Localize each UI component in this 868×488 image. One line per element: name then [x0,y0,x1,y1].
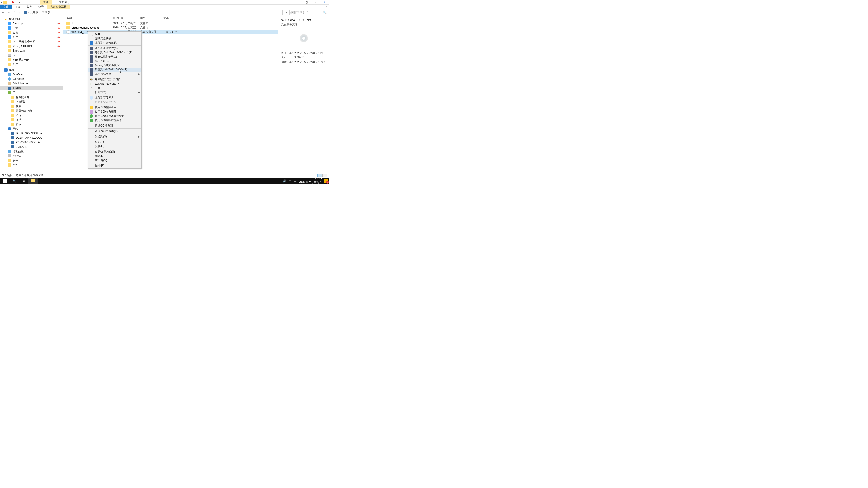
menu-properties[interactable]: 属性(R) [88,164,141,168]
tree-documents[interactable]: 文档📌 [0,30,63,35]
column-headers[interactable]: 名称 修改日期 类型 大小 [63,15,278,21]
menu-extract-to[interactable]: 解压到(F)... [88,59,141,63]
search-input[interactable]: 搜索"文档 (E:)" 🔍 [289,10,328,15]
tab-home[interactable]: 主页 [12,4,24,9]
menu-360-manage[interactable]: 使用 360管理右键菜单 [88,118,141,123]
menu-other-compress[interactable]: 其他压缩命令▶ [88,72,141,76]
menu-notepadpp[interactable]: NEdit with Notepad++ [88,82,141,86]
menu-mount[interactable]: 装载 [88,32,141,36]
chevron-down-icon[interactable]: ▾ [1,1,2,3]
tree-pc3[interactable]: PC-20190530OBLA [0,140,63,144]
task-view-button[interactable]: ⧉ [19,177,29,184]
tree-pc4[interactable]: ZMT2019 [0,144,63,149]
menu-qq-send[interactable]: 通过QQ发送到 [88,124,141,128]
network-icon[interactable]: 🖧 [293,180,296,183]
tree-wps[interactable]: WPS网盘 [0,77,63,81]
table-row[interactable]: 1 2020/12/15, 星期二 1... 文件夹 [63,21,278,26]
tree-desktop[interactable]: Desktop📌 [0,21,63,26]
col-date[interactable]: 修改日期 [113,16,140,20]
maximize-button[interactable]: ▢ [302,0,311,4]
chevron-right-icon[interactable]: › [53,11,55,13]
tree-yunqishi[interactable]: YUNQISHI2019📌 [0,44,63,48]
tree-recycle-bin[interactable]: 回收站 [0,154,63,158]
view-icons-button[interactable] [322,174,327,177]
tree-downloads[interactable]: 下载📌 [0,26,63,30]
tree-quick-access[interactable]: ★快速访问 [0,17,63,21]
tree-this-pc[interactable]: 此电脑 [0,86,63,90]
tree-network[interactable]: 网络 [0,127,63,131]
start-button[interactable] [0,179,9,183]
tree-videos[interactable]: 视频 [0,104,63,108]
menu-open-360zip[interactable]: 用360压缩打开(Q) [88,55,141,59]
col-type[interactable]: 类型 [140,16,163,20]
menu-bee-browse[interactable]: 🐝用 蜂蜜浏览器 浏览(3) [88,77,141,82]
close-button[interactable]: ✕ [311,0,320,4]
menu-send-to[interactable]: 发送到(N)▶ [88,134,141,139]
menu-baidu-upload[interactable]: 上传到百度网盘 [88,96,141,100]
taskbar-explorer[interactable] [29,177,38,184]
menu-delete[interactable]: 删除(D) [88,154,141,158]
history-dropdown[interactable]: ˅ [278,11,281,13]
tab-view[interactable]: 查看 [35,4,47,9]
tree-pictures[interactable]: 图片📌 [0,35,63,39]
menu-restore-prev[interactable]: 还原以前的版本(V) [88,129,141,133]
tree-onedrive[interactable]: OneDrive [0,72,63,77]
menu-add-archive[interactable]: 添加到压缩文件(A)... [88,46,141,51]
expand-ribbon-button[interactable]: ˅ [324,4,329,9]
menu-share[interactable]: ↗共享 [88,86,141,90]
menu-add-zip[interactable]: 添加到 "Win7x64_2020.zip" (T) [88,51,141,55]
tree-sky-download[interactable]: 天翼云盘下载 [0,108,63,113]
recent-locations-button[interactable]: ˅ [12,10,16,14]
tab-disc-image-tools[interactable]: 光盘映像工具 [47,4,70,9]
menu-youdao[interactable]: 有上传到有道云笔记 [88,41,141,45]
back-button[interactable]: ← [1,10,5,14]
up-button[interactable]: ↑ [18,10,22,14]
menu-360-trojan[interactable]: 使用 360进行木马云查杀 [88,114,141,118]
folder-icon[interactable] [3,1,7,4]
tree-pictures2[interactable]: 图片 [0,62,63,66]
menu-rename[interactable]: 重命名(M) [88,158,141,162]
menu-360-force-del[interactable]: 使用 360强力删除 [88,109,141,114]
breadcrumb[interactable]: › 此电脑 › 文档 (E:) › ˅ [23,10,283,15]
nav-tree[interactable]: ★快速访问 Desktop📌 下载📌 文档📌 图片📌 excel表格制作求和📌 … [0,15,63,173]
tree-g-drive[interactable]: G:\ [0,53,63,57]
tree-excel[interactable]: excel表格制作求和📌 [0,39,63,44]
menu-shortcut[interactable]: 创建快捷方式(S) [88,150,141,154]
chevron-right-icon[interactable]: › [28,11,29,13]
col-size[interactable]: 大小 [163,16,182,20]
tree-pictures-lib[interactable]: 图片 [0,113,63,118]
tree-control-panel[interactable]: 控制面板 [0,149,63,154]
menu-cut[interactable]: 剪切(T) [88,140,141,144]
refresh-button[interactable]: ⟳ [284,11,288,14]
menu-open-with[interactable]: 打开方式(H)▶ [88,90,141,94]
tree-software[interactable]: 软件 [0,158,63,163]
clock[interactable]: 16:32 2020/12/25, 星期五 [299,178,322,184]
chevron-down-icon[interactable]: ▼ [19,1,21,3]
tree-saved-pictures[interactable]: 保存的图片 [0,95,63,99]
check-icon[interactable]: ✓ [8,1,11,4]
menu-copy[interactable]: 复制(C) [88,144,141,149]
properties-icon[interactable]: ≡ [16,1,17,4]
help-button[interactable]: ? [320,0,329,4]
chevron-right-icon[interactable]: › [39,11,41,13]
tree-administrator[interactable]: Administrator [0,81,63,86]
tab-share[interactable]: 共享 [24,4,35,9]
tree-bandicam[interactable]: Bandicam [0,48,63,53]
tree-files[interactable]: 文件 [0,163,63,167]
breadcrumb-this-pc[interactable]: 此电脑 [30,10,39,14]
tree-pc1[interactable]: DESKTOP-LSSOEDP [0,131,63,135]
tree-win7-reinstall[interactable]: win7重装win7 [0,57,63,62]
menu-extract-named[interactable]: 解压到 Win7x64_2020\ (E) [88,68,141,72]
tree-music[interactable]: 音乐 [0,122,63,127]
tree-documents-lib[interactable]: 文档 [0,118,63,122]
menu-360-unlock[interactable]: 使用 360解除占用 [88,105,141,109]
tab-file[interactable]: 文件 [0,4,12,9]
view-details-button[interactable] [317,174,322,177]
tree-camera-roll[interactable]: 本机照片 [0,99,63,104]
x-icon[interactable]: ✕ [12,1,14,4]
tree-pc2[interactable]: DESKTOP-NJEU3CG [0,135,63,140]
menu-burn[interactable]: 刻录光盘映像 [88,36,141,41]
breadcrumb-folder[interactable]: 文档 (E:) [41,10,53,14]
minimize-button[interactable]: — [293,0,302,4]
col-name[interactable]: 名称 [63,16,113,20]
